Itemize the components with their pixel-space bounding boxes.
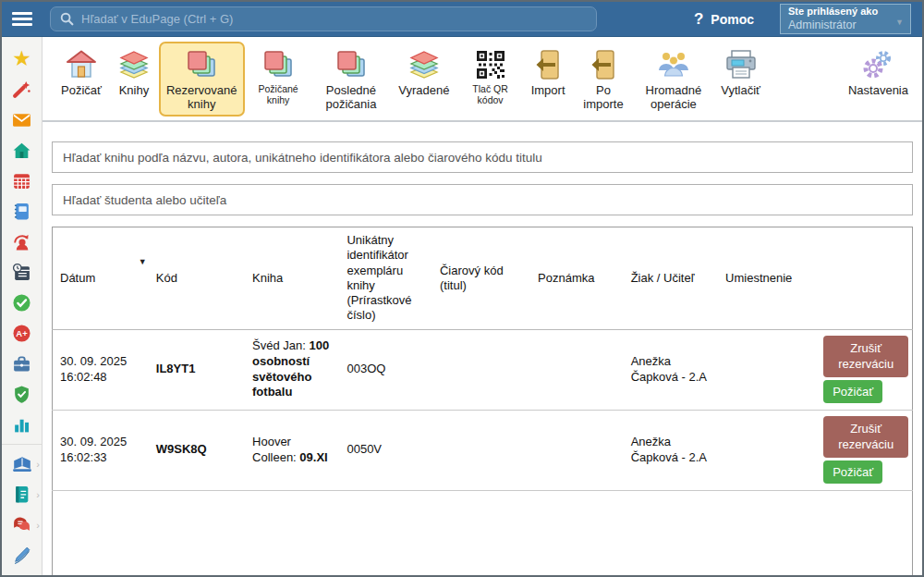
sidebar-item-classbook[interactable] — [2, 196, 42, 227]
reserved-books-icon — [185, 48, 218, 81]
borrow-button[interactable]: Požičať — [823, 460, 882, 484]
cell-datum: 30. 09. 2025 16:02:48 — [53, 329, 149, 410]
cell-ciarovy — [432, 329, 530, 410]
toolbar-label: Import — [531, 84, 565, 98]
column-header-ziak-ucitel[interactable]: Žiak / Učiteľ — [624, 227, 718, 330]
cell-umiestnenie — [718, 410, 816, 490]
cell-actions: Zrušiť rezerváciu Požičať — [816, 410, 912, 490]
toolbar-item-nastavenia[interactable]: Nastavenia — [841, 42, 916, 104]
toolbar-item-vyradene[interactable]: Vyradené — [391, 42, 456, 104]
sidebar-item-favorites[interactable]: ★ — [2, 43, 42, 74]
top-bar: ? Pomoc Ste prihlásený ako Administrátor… — [2, 2, 922, 37]
sidebar-item-results[interactable] — [2, 410, 42, 440]
group-people-icon — [657, 48, 690, 81]
column-header-datum[interactable]: Dátum▼ — [53, 227, 149, 330]
library-toolbar: Požičať Knihy Rezervované knihy — [43, 37, 922, 122]
global-search-input[interactable] — [81, 12, 587, 26]
toolbar-item-rezervovane-knihy[interactable]: Rezervované knihy — [159, 42, 245, 117]
sidebar-item-sign[interactable] — [2, 540, 42, 571]
toolbar-label: Vytlačiť — [721, 84, 760, 98]
toolbar-label: Hromadné operácie — [642, 84, 706, 111]
table-row: 30. 09. 2025 16:02:33 W9SK8Q Hoover Coll… — [53, 410, 913, 490]
sidebar-item-documents[interactable]: › — [2, 479, 42, 509]
student-search-input[interactable] — [52, 184, 913, 215]
sidebar-item-home[interactable] — [2, 135, 42, 166]
sidebar-item-planner[interactable] — [2, 257, 42, 288]
sidebar-item-attendance[interactable] — [2, 288, 42, 318]
toolbar-label: Vyradené — [398, 84, 449, 98]
topbar-right: ? Pomoc Ste prihlásený ako Administrátor… — [694, 4, 922, 34]
chevron-right-icon: › — [36, 489, 40, 500]
sidebar-item-library[interactable]: › — [2, 448, 42, 479]
sidebar-item-chat[interactable]: › — [2, 509, 42, 540]
cell-ciarovy — [432, 410, 530, 490]
attendance-check-icon — [12, 293, 31, 313]
sidebar-item-messages[interactable] — [2, 104, 42, 135]
substitution-icon — [12, 232, 31, 252]
book-title: 09.XI — [299, 450, 327, 464]
toolbar-label: Posledné požičania — [320, 84, 383, 111]
toolbar-label: Požičané knihy — [253, 84, 304, 106]
cell-ziak: Anežka Čapková - 2.A — [624, 329, 718, 410]
pen-icon — [12, 546, 31, 565]
column-header-ciarovy-kod[interactable]: Čiarový kód (titul) — [432, 227, 530, 330]
svg-text:A+: A+ — [16, 328, 28, 338]
sidebar-item-substitution[interactable] — [2, 227, 42, 257]
planner-icon — [12, 263, 31, 282]
help-button[interactable]: ? Pomoc — [694, 10, 754, 29]
toolbar-item-pozicat[interactable]: Požičať — [54, 42, 109, 104]
column-header-umiestnenie[interactable]: Umiestnenie — [718, 227, 816, 330]
hamburger-menu-icon[interactable] — [2, 12, 43, 26]
borrow-button[interactable]: Požičať — [823, 380, 882, 403]
cell-actions: Zrušiť rezerváciu Požičať — [816, 329, 912, 410]
toolbar-item-tlac-qr-kodov[interactable]: Tlač QR kódov — [457, 42, 522, 112]
cell-poznamka — [530, 329, 624, 410]
sidebar-item-timetable[interactable] — [2, 166, 42, 196]
sidebar-item-wizard[interactable] — [2, 74, 42, 104]
toolbar-label: Rezervované knihy — [166, 84, 237, 111]
cell-poznamka — [530, 410, 624, 490]
toolbar-item-po-importe[interactable]: Po importe — [574, 42, 634, 117]
sidebar-item-assignments[interactable] — [2, 349, 42, 379]
toolbar-item-import[interactable]: Import — [524, 42, 573, 104]
search-icon — [60, 12, 74, 26]
shield-check-icon — [12, 385, 31, 404]
table-header-row: Dátum▼ Kód Kniha Unikátny identifikátor … — [53, 227, 913, 330]
column-header-kniha[interactable]: Kniha — [245, 227, 339, 330]
column-header-unikatny-identifikator[interactable]: Unikátny identifikátor exempláru knihy (… — [339, 227, 432, 330]
toolbar-item-pozicane-knihy[interactable]: Požičané knihy — [246, 42, 311, 112]
toolbar-item-hromadne-operacie[interactable]: Hromadné operácie — [635, 42, 713, 117]
column-header-poznamka[interactable]: Poznámka — [530, 227, 624, 330]
library-content: Dátum▼ Kód Kniha Unikátny identifikátor … — [43, 122, 922, 575]
grades-icon: A+ — [12, 324, 31, 343]
toolbar-item-vytlacit[interactable]: Vytlačiť — [713, 42, 768, 104]
sidebar-item-grades[interactable]: A+ — [2, 318, 42, 349]
gears-icon — [861, 48, 894, 81]
sort-desc-icon: ▼ — [139, 257, 147, 267]
house-icon — [65, 48, 98, 81]
toolbar-label: Po importe — [581, 84, 626, 111]
reservations-table: Dátum▼ Kód Kniha Unikátny identifikátor … — [52, 227, 913, 577]
bar-chart-icon — [12, 415, 31, 435]
sidebar-item-security[interactable] — [2, 379, 42, 410]
toolbar-item-knihy[interactable]: Knihy — [110, 42, 158, 104]
star-icon: ★ — [12, 48, 31, 69]
main-area: Požičať Knihy Rezervované knihy — [43, 37, 922, 575]
cell-umiestnenie — [718, 329, 816, 410]
logged-in-user-dropdown[interactable]: Ste prihlásený ako Administrátor ▼ — [780, 4, 911, 34]
cancel-reservation-button[interactable]: Zrušiť rezerváciu — [823, 336, 908, 378]
borrowed-books-icon — [261, 48, 295, 81]
qr-code-icon — [475, 48, 506, 81]
briefcase-icon — [12, 354, 31, 374]
global-search[interactable] — [50, 6, 597, 31]
cancel-reservation-button[interactable]: Zrušiť rezerváciu — [823, 416, 908, 459]
chevron-right-icon: › — [36, 520, 40, 531]
column-header-kod[interactable]: Kód — [149, 227, 245, 330]
book-search-input[interactable] — [52, 141, 913, 173]
chat-icon — [12, 515, 31, 534]
cell-kod: W9SK8Q — [149, 410, 245, 490]
sidebar-separator — [2, 444, 42, 445]
left-sidebar: ★ — [2, 37, 43, 575]
toolbar-item-posledne-pozicania[interactable]: Posledné požičania — [312, 42, 391, 117]
documents-icon — [12, 485, 31, 504]
